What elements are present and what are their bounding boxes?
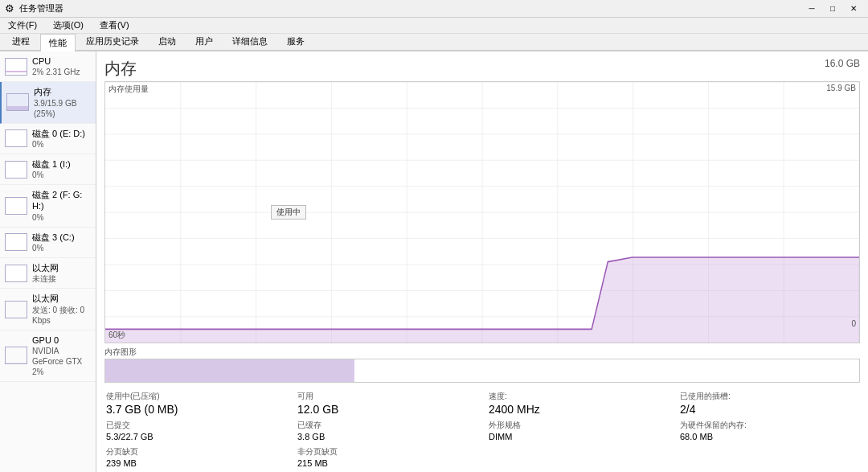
cpu-detail: 2% 2.31 GHz (32, 67, 91, 77)
tab-startup[interactable]: 启动 (149, 32, 185, 50)
nonpaged-value: 215 MB (297, 458, 476, 469)
menu-file[interactable]: 文件(F) (3, 18, 42, 33)
inuse-label: 使用中 (271, 205, 306, 220)
memory-graph-svg (105, 82, 859, 343)
committed-label: 已提交 (106, 420, 285, 431)
available-value: 12.0 GB (297, 402, 476, 417)
app-title: 任务管理器 (19, 2, 63, 14)
gpu0-thumb (5, 347, 27, 364)
sidebar-item-memory[interactable]: 内存 3.9/15.9 GB (25%) (0, 82, 96, 123)
tab-details[interactable]: 详细信息 (223, 32, 276, 50)
disk1-name: 磁盘 1 (I:) (32, 158, 91, 170)
disk2-detail: 0% (32, 212, 91, 223)
eth2-name: 以太网 (32, 293, 91, 304)
maximize-button[interactable]: □ (823, 2, 842, 16)
inuse-value: 3.7 GB (0 MB) (106, 402, 285, 417)
memory-name: 内存 (34, 86, 91, 97)
tab-performance[interactable]: 性能 (40, 34, 76, 51)
stat-slots: 已使用的插槽: 2/4 为硬件保留的内存: 68.0 MB (680, 391, 858, 469)
sidebar-item-disk0[interactable]: 磁盘 0 (E: D:) 0% (0, 124, 96, 154)
pagefault-label: 分页缺页 (106, 446, 285, 458)
eth1-thumb (5, 265, 27, 282)
pagefault-value: 239 MB (106, 458, 285, 469)
slots-label: 已使用的插槽: (680, 391, 858, 402)
memory-detail: 3.9/15.9 GB (25%) (34, 98, 91, 119)
menu-bar: 文件(F) 选项(O) 查看(V) (0, 18, 868, 34)
eth1-info: 以太网 未连接 (32, 262, 91, 284)
tab-app-history[interactable]: 应用历史记录 (77, 32, 148, 50)
disk0-detail: 0% (32, 139, 91, 150)
window-controls: ─ □ ✕ (802, 2, 863, 16)
cached-label: 已缓存 (297, 420, 476, 431)
menu-view[interactable]: 查看(V) (95, 18, 134, 33)
formfactor-value: DIMM (489, 431, 667, 442)
disk2-info: 磁盘 2 (F: G: H:) 0% (32, 189, 91, 223)
sidebar-item-gpu0[interactable]: GPU 0 NVIDIA GeForce GTX 2% (0, 330, 96, 382)
cached-value: 3.8 GB (297, 431, 476, 442)
disk3-thumb (5, 233, 27, 251)
tab-users[interactable]: 用户 (186, 32, 222, 50)
memory-map-bar (105, 359, 859, 382)
inuse-label-text: 使用中(已压缩) (106, 391, 285, 402)
cpu-thumb (5, 58, 27, 76)
disk1-info: 磁盘 1 (I:) 0% (32, 158, 91, 180)
slots-value: 2/4 (680, 402, 858, 417)
speed-label: 速度: (489, 391, 667, 402)
sidebar-item-cpu[interactable]: CPU 2% 2.31 GHz (0, 51, 96, 82)
cpu-info: CPU 2% 2.31 GHz (32, 55, 91, 77)
memory-graph: 内存使用量 15.9 GB 0 60秒 (104, 81, 860, 343)
disk1-thumb (5, 161, 27, 179)
nonpaged-label: 非分页缺页 (297, 446, 476, 458)
memory-map-label: 内存图形 (104, 347, 860, 358)
sidebar: CPU 2% 2.31 GHz 内存 3.9/15.9 GB (25%) 磁盘 … (0, 51, 96, 472)
disk3-info: 磁盘 3 (C:) 0% (32, 232, 91, 253)
main-content: CPU 2% 2.31 GHz 内存 3.9/15.9 GB (25%) 磁盘 … (0, 51, 868, 472)
eth2-detail: 发送: 0 接收: 0 Kbps (32, 305, 91, 326)
cpu-name: CPU (32, 55, 91, 67)
memory-used-bar (105, 359, 354, 382)
gpu0-detail: NVIDIA GeForce GTX (32, 346, 91, 367)
stat-available: 可用 12.0 GB 已缓存 3.8 GB 非分页缺页 215 MB (297, 391, 476, 469)
gpu0-detail2: 2% (32, 367, 91, 377)
graph-max-label: 15.9 GB (826, 84, 856, 92)
sidebar-item-disk2[interactable]: 磁盘 2 (F: G: H:) 0% (0, 185, 96, 228)
hw-reserved-value: 68.0 MB (680, 431, 858, 442)
app-icon: ⚙ (5, 2, 14, 14)
stats-grid: 使用中(已压缩) 3.7 GB (0 MB) 已提交 5.3/22.7 GB 分… (104, 391, 860, 469)
panel-total: 16.0 GB (825, 58, 860, 69)
sidebar-item-disk3[interactable]: 磁盘 3 (C:) 0% (0, 228, 96, 258)
minimize-button[interactable]: ─ (802, 2, 821, 16)
panel-title: 内存 (104, 58, 137, 80)
committed-value: 5.3/22.7 GB (106, 431, 285, 442)
disk3-name: 磁盘 3 (C:) (32, 232, 91, 243)
stat-speed: 速度: 2400 MHz 外形规格 DIMM (489, 391, 667, 469)
eth2-thumb (5, 301, 27, 318)
graph-min-label: 0 (851, 319, 856, 328)
memory-map-container: 内存图形 (104, 347, 860, 388)
right-panel: 内存 16.0 GB 内存使用量 15.9 GB 0 60秒 (96, 51, 868, 472)
eth2-info: 以太网 发送: 0 接收: 0 Kbps (32, 293, 91, 325)
disk2-name: 磁盘 2 (F: G: H:) (32, 189, 91, 212)
memory-thumb (6, 93, 29, 111)
disk1-detail: 0% (32, 170, 91, 180)
hw-reserved-label: 为硬件保留的内存: (680, 420, 858, 431)
menu-options[interactable]: 选项(O) (48, 18, 88, 33)
tab-processes[interactable]: 进程 (3, 32, 39, 50)
memory-map (104, 359, 860, 383)
cpu-thumb-graph (6, 59, 27, 76)
disk0-info: 磁盘 0 (E: D:) 0% (32, 128, 91, 150)
tab-services[interactable]: 服务 (278, 32, 313, 50)
disk0-name: 磁盘 0 (E: D:) (32, 128, 91, 139)
sidebar-item-disk1[interactable]: 磁盘 1 (I:) 0% (0, 154, 96, 185)
graph-label-usage: 内存使用量 (108, 84, 149, 95)
disk0-thumb (5, 129, 27, 147)
speed-value: 2400 MHz (489, 402, 667, 417)
sidebar-item-eth1[interactable]: 以太网 未连接 (0, 258, 96, 289)
title-bar: ⚙ 任务管理器 ─ □ ✕ (0, 0, 868, 18)
stat-inuse: 使用中(已压缩) 3.7 GB (0 MB) 已提交 5.3/22.7 GB 分… (106, 391, 285, 469)
eth1-detail: 未连接 (32, 273, 91, 284)
close-button[interactable]: ✕ (844, 2, 863, 16)
sidebar-item-eth2[interactable]: 以太网 发送: 0 接收: 0 Kbps (0, 289, 96, 330)
memory-free-bar (354, 359, 859, 382)
tab-bar: 进程 性能 应用历史记录 启动 用户 详细信息 服务 (0, 34, 868, 51)
